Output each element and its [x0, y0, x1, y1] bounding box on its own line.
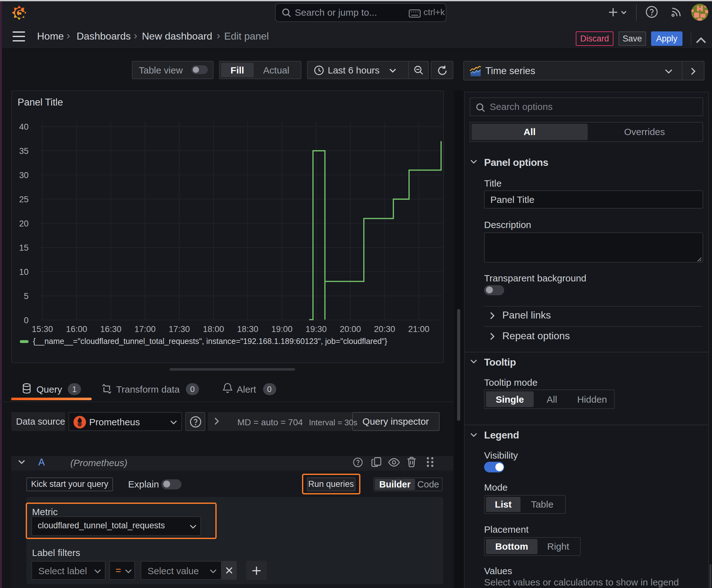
svg-text:0: 0: [24, 315, 28, 325]
svg-text:16:30: 16:30: [100, 324, 121, 334]
svg-text:18:30: 18:30: [237, 324, 258, 334]
svg-text:15: 15: [19, 243, 28, 252]
svg-text:17:30: 17:30: [168, 324, 190, 334]
svg-text:15:30: 15:30: [31, 324, 53, 334]
svg-text:20:30: 20:30: [373, 324, 395, 334]
svg-text:30: 30: [19, 170, 28, 180]
svg-text:19:30: 19:30: [305, 324, 326, 334]
svg-text:19:00: 19:00: [271, 324, 292, 334]
svg-text:5: 5: [24, 291, 28, 300]
svg-text:16:00: 16:00: [66, 324, 87, 334]
svg-text:20:00: 20:00: [339, 324, 361, 334]
svg-text:{__name__="cloudflared_tunnel_: {__name__="cloudflared_tunnel_total_requ…: [33, 336, 387, 345]
svg-text:35: 35: [19, 146, 28, 155]
svg-text:17:00: 17:00: [134, 324, 155, 334]
svg-text:40: 40: [19, 122, 28, 131]
svg-text:25: 25: [19, 194, 28, 204]
svg-text:10: 10: [19, 267, 28, 276]
svg-text:18:00: 18:00: [202, 324, 224, 334]
svg-text:20: 20: [19, 218, 28, 228]
svg-text:21:00: 21:00: [408, 324, 429, 334]
